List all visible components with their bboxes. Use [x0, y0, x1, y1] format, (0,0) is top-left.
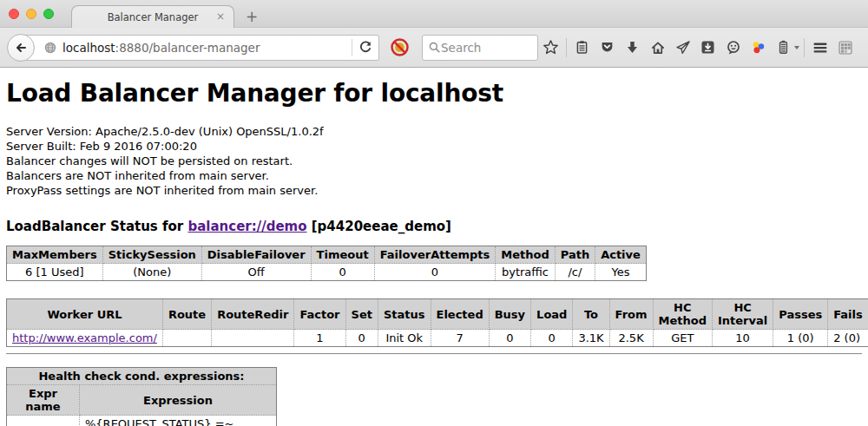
col-disablefailover: DisableFailover: [201, 246, 311, 264]
col-load: Load: [531, 299, 573, 330]
clipboard-icon: [575, 40, 589, 55]
col-expression: Expression: [80, 385, 277, 416]
col-set: Set: [345, 299, 378, 330]
globe-icon: [43, 41, 57, 55]
cell-stickysession: (None): [102, 264, 201, 281]
page-title: Load Balancer Manager for localhost: [6, 79, 862, 108]
cell-set: 0: [345, 330, 378, 347]
grid-thumbnail-icon: [838, 40, 853, 56]
url-bar[interactable]: localhost:8880/balancer-manager: [20, 35, 379, 61]
search-icon: [428, 41, 441, 54]
cell-busy: 0: [489, 330, 530, 347]
col-passes: Passes: [773, 299, 828, 330]
col-path: Path: [555, 246, 595, 264]
pocket-button[interactable]: [597, 37, 618, 58]
col-from: From: [609, 299, 653, 330]
cell-method: bytraffic: [496, 264, 555, 281]
cell-routeredir: [212, 330, 294, 347]
bookmark-star-button[interactable]: [541, 37, 562, 58]
page-content: Load Balancer Manager for localhost Serv…: [0, 68, 868, 426]
titlebar: Balancer Manager × +: [0, 0, 868, 28]
search-input[interactable]: [441, 41, 523, 55]
col-worker-url: Worker URL: [7, 299, 163, 330]
dark-download-addon-icon: [700, 40, 715, 55]
tab-title: Balancer Manager: [108, 11, 199, 23]
cell-fails: 2 (0): [828, 330, 868, 347]
cell-passes: 1 (0): [773, 330, 828, 347]
home-button[interactable]: [648, 37, 668, 58]
cell-expr-name-1: foof: [7, 416, 80, 426]
cell-path: /c/: [555, 264, 595, 281]
zoom-window-button[interactable]: [43, 9, 54, 19]
col-expr-name: Expr name: [7, 385, 80, 416]
cell-hc-method: GET: [653, 330, 712, 347]
health-title-row: Health check cond. expressions:: [7, 368, 277, 385]
status-prefix: LoadBalancer Status for: [6, 219, 187, 234]
back-arrow-icon: [14, 41, 28, 55]
server-version-line: Server Version: Apache/2.5.0-dev (Unix) …: [6, 124, 862, 139]
color-dots-addon-button[interactable]: [748, 37, 769, 58]
col-elected: Elected: [431, 299, 489, 330]
back-button[interactable]: [7, 34, 35, 62]
col-route: Route: [162, 299, 211, 330]
smiley-bubble-icon: [726, 40, 741, 56]
persist-warning-line: Balancer changes will NOT be persisted o…: [6, 154, 862, 168]
feedback-smiley-button[interactable]: [723, 37, 744, 58]
hamburger-icon: [812, 40, 828, 56]
col-active: Active: [595, 246, 647, 264]
star-icon: [542, 39, 559, 56]
col-hc-interval: HC Interval: [712, 299, 773, 330]
balancers-inherit-line: Balancers are NOT inherited from main se…: [6, 168, 862, 183]
reload-button[interactable]: [358, 40, 372, 55]
cell-from: 2.5K: [609, 330, 653, 347]
proxypass-inherit-line: ProxyPass settings are NOT inherited fro…: [6, 183, 862, 198]
col-status: Status: [378, 299, 431, 330]
worker-header-row: Worker URL Route RouteRedir Factor Set S…: [7, 299, 868, 330]
cell-failoverattempts: 0: [374, 264, 496, 281]
balancer-params-table: MaxMembers StickySession DisableFailover…: [6, 246, 647, 281]
section-divider: [6, 353, 862, 355]
health-check-table: Health check cond. expressions: Expr nam…: [6, 367, 277, 426]
balancer-demo-link[interactable]: balancer://demo: [187, 219, 306, 234]
addon-download-button[interactable]: [698, 37, 719, 58]
tab-groups-button[interactable]: [835, 37, 856, 58]
toolbar-divider: [566, 38, 567, 57]
plugin-blocked-icon[interactable]: [390, 37, 410, 57]
color-dots-icon: [751, 40, 766, 56]
battery-addon-button[interactable]: [773, 37, 794, 58]
minimize-window-button[interactable]: [26, 9, 36, 19]
download-arrow-icon: [625, 40, 640, 55]
health-table-title: Health check cond. expressions:: [7, 368, 277, 385]
reading-list-button[interactable]: [572, 37, 593, 58]
url-text: localhost:8880/balancer-manager: [62, 41, 352, 55]
close-window-button[interactable]: [9, 9, 19, 19]
cell-disablefailover: Off: [201, 264, 311, 281]
cell-hc-interval: 10: [712, 330, 773, 347]
menu-button[interactable]: [810, 37, 831, 58]
cell-elected: 7: [431, 330, 489, 347]
col-fails: Fails: [828, 299, 868, 330]
col-to: To: [573, 299, 609, 330]
search-bar[interactable]: [422, 35, 538, 61]
worker-row: http://www.example.com/ 1 0 Init Ok 7 0 …: [7, 330, 868, 347]
send-tab-button[interactable]: [673, 37, 694, 58]
tab-balancer-manager[interactable]: Balancer Manager ×: [71, 5, 234, 28]
window-controls: [9, 9, 54, 19]
downloads-button[interactable]: [622, 37, 643, 58]
pocket-icon: [600, 40, 615, 55]
urlbar-divider: [352, 39, 352, 56]
new-tab-button[interactable]: +: [246, 8, 258, 25]
paper-plane-icon: [675, 40, 691, 56]
worker-url-link[interactable]: http://www.example.com/: [12, 331, 157, 344]
col-stickysession: StickySession: [102, 246, 201, 264]
toolbar-divider-2: [804, 38, 805, 57]
browser-window: Balancer Manager × + localhost:8880/bala…: [0, 0, 868, 426]
cell-to: 3.1K: [573, 330, 609, 347]
chevron-down-icon[interactable]: [794, 46, 799, 49]
tab-close-icon[interactable]: ×: [216, 10, 225, 23]
cell-factor: 1: [294, 330, 345, 347]
col-failoverattempts: FailoverAttempts: [374, 246, 496, 264]
cell-active: Yes: [595, 264, 647, 281]
col-maxmembers: MaxMembers: [7, 246, 103, 264]
cell-expression-1: %{REQUEST_STATUS} =~ /^[234]/: [80, 416, 277, 426]
